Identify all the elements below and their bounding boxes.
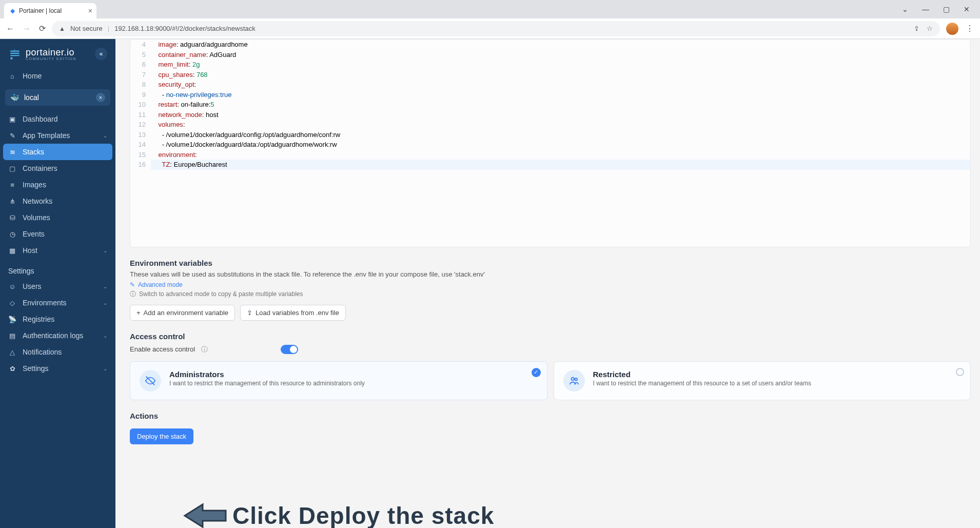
add-env-var-button[interactable]: + Add an environment variable: [130, 305, 235, 321]
sidebar-item-label: Networks: [23, 197, 52, 205]
sidebar-item-dashboard[interactable]: ▣Dashboard: [0, 111, 115, 127]
sidebar-item-volumes[interactable]: ⛁Volumes: [0, 209, 115, 226]
code-line[interactable]: 6 mem_limit: 2g: [130, 60, 970, 70]
url-bar[interactable]: ▲ Not secure | 192.168.1.18:9000/#!/2/do…: [52, 21, 940, 36]
sidebar-item-label: Notifications: [23, 348, 62, 356]
reload-icon[interactable]: ⟳: [39, 24, 46, 33]
radio-unchecked-icon: [956, 368, 964, 376]
sidebar-item-registries[interactable]: 📡Registries: [0, 311, 115, 327]
code-line[interactable]: 11 network_mode: host: [130, 110, 970, 120]
card-title: Administrators: [169, 370, 365, 379]
code-line[interactable]: 13 - /volume1/docker/adguard/config:/opt…: [130, 130, 970, 140]
deploy-stack-button[interactable]: Deploy the stack: [130, 428, 193, 444]
line-number: 6: [130, 60, 151, 70]
code-content: container_name: AdGuard: [151, 50, 970, 60]
favicon-icon: ◆: [10, 7, 15, 14]
code-line[interactable]: 7 cpu_shares: 768: [130, 70, 970, 80]
svg-point-3: [575, 378, 577, 380]
settings-section-label: Settings: [0, 259, 115, 278]
code-line[interactable]: 15 environment:: [130, 150, 970, 160]
code-content: - /volume1/docker/adguard/config:/opt/ad…: [151, 130, 970, 140]
sidebar-item-label: Authentication logs: [23, 331, 83, 340]
code-content: - no-new-privileges:true: [151, 90, 970, 100]
access-card-administrators[interactable]: Administrators I want to restrict the ma…: [130, 361, 547, 400]
sidebar-item-users[interactable]: ☺Users⌄: [0, 278, 115, 295]
line-number: 4: [130, 40, 151, 50]
help-icon[interactable]: ⓘ: [201, 345, 208, 354]
close-window-icon[interactable]: ✕: [959, 5, 974, 13]
access-control-toggle[interactable]: [281, 345, 298, 354]
nav-icon: ◇: [8, 299, 16, 307]
sidebar-item-settings[interactable]: ✿Settings⌄: [0, 360, 115, 377]
sidebar-item-events[interactable]: ◷Events: [0, 226, 115, 242]
code-line[interactable]: 4 image: adguard/adguardhome: [130, 40, 970, 50]
dropdown-icon[interactable]: ⌄: [898, 5, 912, 13]
share-icon[interactable]: ⇪: [914, 25, 919, 32]
code-line[interactable]: 8 security_opt:: [130, 80, 970, 90]
code-content: cpu_shares: 768: [151, 70, 970, 80]
back-icon[interactable]: ←: [6, 24, 14, 33]
advanced-mode-link[interactable]: ✎ Advanced mode: [130, 281, 971, 288]
advanced-info: ⓘ Switch to advanced mode to copy & past…: [130, 290, 971, 299]
sidebar-item-stacks[interactable]: ≋Stacks: [3, 144, 112, 160]
sidebar-item-label: Stacks: [23, 148, 44, 156]
sidebar-item-label: Dashboard: [23, 115, 58, 123]
code-line[interactable]: 10 restart: on-failure:5: [130, 100, 970, 110]
code-content: network_mode: host: [151, 110, 970, 120]
svg-point-0: [10, 57, 12, 60]
sidebar-item-label: App Templates: [23, 131, 70, 140]
tab-title: Portainer | local: [19, 7, 62, 14]
code-content: TZ: Europe/Bucharest: [151, 160, 970, 170]
access-card-restricted[interactable]: Restricted I want to restrict the manage…: [554, 361, 971, 400]
card-title: Restricted: [593, 370, 812, 379]
nav-icon: ☺: [8, 283, 16, 290]
sidebar-item-home[interactable]: ⌂ Home: [0, 68, 115, 84]
menu-icon[interactable]: ⋮: [966, 24, 974, 33]
home-icon: ⌂: [8, 72, 16, 80]
url-text: 192.168.1.18:9000/#!/2/docker/stacks/new…: [114, 25, 256, 32]
chevron-down-icon: ⌄: [103, 248, 107, 253]
sidebar-item-environments[interactable]: ◇Environments⌄: [0, 295, 115, 311]
nav-icon: ◷: [8, 230, 16, 238]
check-icon: ✓: [532, 368, 541, 377]
nav-icon: ▤: [8, 332, 16, 340]
nav-icon: △: [8, 348, 16, 356]
chevron-down-icon: ⌄: [103, 284, 107, 289]
annotation-overlay: Click Deploy the stack: [182, 500, 494, 528]
sidebar-item-label: Containers: [23, 164, 57, 172]
nav-icon: ✿: [8, 365, 16, 373]
sidebar-item-app-templates[interactable]: ✎App Templates⌄: [0, 127, 115, 144]
close-icon[interactable]: ×: [88, 7, 92, 15]
forward-icon[interactable]: →: [23, 24, 31, 33]
brand-logo[interactable]: portainer.io COMMUNITY EDITION: [8, 47, 76, 61]
sidebar-item-networks[interactable]: ⋔Networks: [0, 193, 115, 209]
close-env-icon[interactable]: ×: [96, 93, 105, 102]
chevron-down-icon: ⌄: [103, 300, 107, 306]
code-line[interactable]: 16 TZ: Europe/Bucharest: [130, 160, 970, 170]
code-line[interactable]: 9 - no-new-privileges:true: [130, 90, 970, 100]
code-line[interactable]: 5 container_name: AdGuard: [130, 50, 970, 60]
sidebar-item-containers[interactable]: ▢Containers: [0, 160, 115, 177]
star-icon[interactable]: ☆: [927, 25, 933, 32]
nav-icon: ▣: [8, 115, 16, 123]
sidebar-item-images[interactable]: ≡Images: [0, 177, 115, 193]
sidebar-item-label: Environments: [23, 299, 67, 307]
yaml-editor[interactable]: 4 image: adguard/adguardhome5 container_…: [130, 39, 971, 247]
profile-avatar[interactable]: [946, 23, 958, 35]
line-number: 12: [130, 120, 151, 130]
env-vars-title: Environment variables: [130, 259, 971, 267]
sidebar-item-label: Users: [23, 282, 42, 290]
code-content: - /volume1/docker/adguard/data:/opt/adgu…: [151, 140, 970, 150]
sidebar-item-authentication-logs[interactable]: ▤Authentication logs⌄: [0, 327, 115, 344]
maximize-icon[interactable]: ▢: [939, 5, 953, 13]
code-line[interactable]: 14 - /volume1/docker/adguard/data:/opt/a…: [130, 140, 970, 150]
browser-tab[interactable]: ◆ Portainer | local ×: [4, 3, 96, 18]
load-env-file-button[interactable]: ⇪ Load variables from .env file: [240, 305, 346, 321]
environment-chip[interactable]: 🐳 local ×: [5, 89, 110, 106]
sidebar-item-host[interactable]: ▦Host⌄: [0, 242, 115, 259]
sidebar-item-notifications[interactable]: △Notifications: [0, 344, 115, 360]
minimize-icon[interactable]: —: [918, 5, 933, 13]
collapse-sidebar-button[interactable]: «: [95, 48, 107, 60]
code-line[interactable]: 12 volumes:: [130, 120, 970, 130]
svg-point-2: [571, 377, 574, 380]
